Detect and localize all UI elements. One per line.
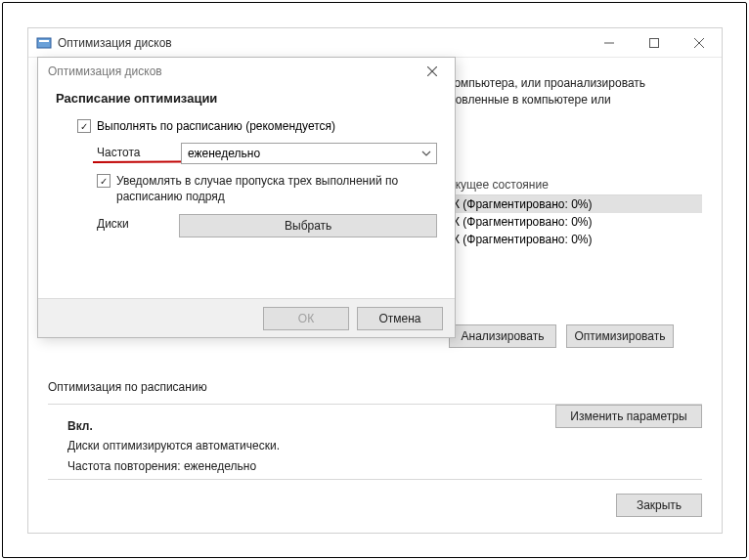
disks-row: Диски Выбрать bbox=[56, 214, 437, 237]
main-titlebar: Оптимизация дисков bbox=[28, 28, 722, 58]
info-text: компьютера, или проанализировать новленн… bbox=[449, 75, 702, 108]
notify-checkbox-label: Уведомлять в случае пропуска трех выполн… bbox=[116, 174, 410, 204]
choose-disks-button[interactable]: Выбрать bbox=[179, 214, 437, 237]
analyze-button[interactable]: Анализировать bbox=[449, 324, 556, 348]
schedule-line2: Частота повторения: еженедельно bbox=[67, 459, 256, 473]
schedule-checkbox[interactable]: ✓ bbox=[77, 119, 91, 133]
frequency-value: еженедельно bbox=[188, 147, 260, 160]
chevron-down-icon bbox=[420, 148, 432, 159]
schedule-section: Оптимизация по расписанию Вкл. Диски опт… bbox=[48, 380, 702, 476]
close-area: Закрыть bbox=[616, 494, 702, 517]
schedule-checkbox-row: ✓ Выполнять по расписанию (рекомендуется… bbox=[56, 119, 437, 133]
schedule-dialog: Оптимизация дисков Расписание оптимизаци… bbox=[37, 57, 456, 338]
notify-checkbox[interactable]: ✓ bbox=[97, 174, 110, 188]
change-params-button[interactable]: Изменить параметры bbox=[555, 405, 702, 428]
svg-rect-1 bbox=[39, 40, 49, 42]
status-table: екущее состояние К (Фрагментировано: 0%)… bbox=[449, 175, 702, 248]
frequency-select[interactable]: еженедельно bbox=[181, 143, 437, 164]
close-button[interactable] bbox=[677, 28, 722, 58]
status-header: екущее состояние bbox=[449, 175, 702, 195]
svg-rect-0 bbox=[37, 38, 51, 48]
app-icon bbox=[36, 35, 52, 51]
dialog-footer: ОК Отмена bbox=[38, 298, 455, 337]
outer-frame: Оптимизация дисков компьютера, или проан… bbox=[2, 2, 747, 558]
disks-label: Диски bbox=[97, 214, 163, 231]
optimize-button[interactable]: Оптимизировать bbox=[566, 324, 674, 348]
schedule-checkbox-label: Выполнять по расписанию (рекомендуется) bbox=[97, 119, 335, 133]
table-row[interactable]: К (Фрагментировано: 0%) bbox=[449, 213, 702, 231]
table-row[interactable]: К (Фрагментировано: 0%) bbox=[449, 231, 702, 248]
window-controls bbox=[587, 28, 722, 58]
dialog-heading: Расписание оптимизации bbox=[56, 91, 437, 106]
dialog-body: Расписание оптимизации ✓ Выполнять по ра… bbox=[38, 85, 455, 237]
schedule-header: Оптимизация по расписанию bbox=[48, 380, 702, 394]
svg-rect-3 bbox=[650, 38, 659, 47]
dialog-title: Оптимизация дисков bbox=[48, 65, 162, 78]
main-title: Оптимизация дисков bbox=[58, 36, 172, 50]
table-row[interactable]: К (Фрагментировано: 0%) bbox=[449, 195, 702, 213]
close-main-button[interactable]: Закрыть bbox=[616, 494, 702, 517]
frequency-label: Частота bbox=[97, 143, 165, 159]
divider bbox=[48, 479, 702, 480]
schedule-line1: Диски оптимизируются автоматически. bbox=[67, 439, 280, 452]
cancel-button[interactable]: Отмена bbox=[357, 307, 443, 330]
action-buttons: Анализировать Оптимизировать bbox=[449, 324, 674, 348]
dialog-titlebar: Оптимизация дисков bbox=[38, 58, 455, 85]
dialog-close-button[interactable] bbox=[419, 59, 445, 84]
ok-button[interactable]: ОК bbox=[263, 307, 349, 330]
minimize-button[interactable] bbox=[587, 28, 632, 58]
maximize-button[interactable] bbox=[632, 28, 677, 58]
notify-row: ✓ Уведомлять в случае пропуска трех выпо… bbox=[56, 174, 437, 204]
change-params-area: Изменить параметры bbox=[555, 405, 702, 428]
